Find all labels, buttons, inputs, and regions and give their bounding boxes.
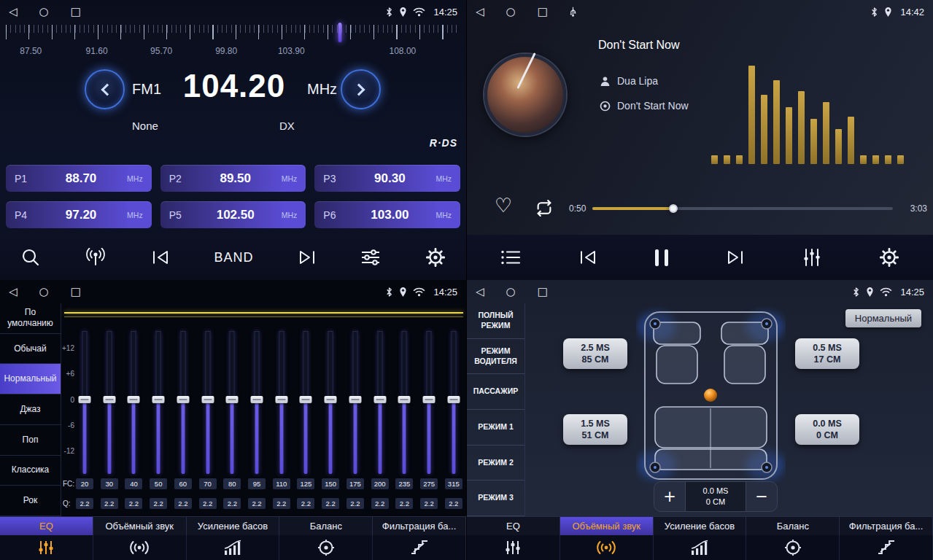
skip-next-icon[interactable]	[726, 249, 745, 265]
tab-filter[interactable]: Фильтрация ба...	[373, 517, 466, 535]
band-button[interactable]: BAND	[214, 250, 253, 265]
mixer-sliders-icon[interactable]	[802, 248, 821, 267]
preset-button-p2[interactable]: P289.50MHz	[160, 165, 306, 192]
settings-gear-icon[interactable]	[425, 247, 446, 268]
eq-preset-item-0[interactable]: По умолчанию	[0, 303, 61, 334]
eq-preset-item-6[interactable]: Рок	[0, 486, 61, 516]
slider-knob[interactable]	[373, 396, 386, 403]
eq-icon[interactable]	[0, 535, 93, 560]
delay-rear-left-button[interactable]: 1.5 MS 51 CM	[563, 414, 627, 445]
frequency-ruler[interactable]	[6, 25, 460, 42]
tab-eq[interactable]: EQ	[0, 517, 93, 535]
eq-preset-item-4[interactable]: Поп	[0, 425, 61, 456]
mode-item-0[interactable]: ПОЛНЫЙ РЕЖИМ	[467, 303, 524, 339]
preset-button-p4[interactable]: P497.20MHz	[6, 201, 152, 228]
tab-eq[interactable]: EQ	[467, 517, 560, 535]
eq-band-slider-30[interactable]	[101, 331, 118, 474]
eq-band-slider-150[interactable]	[322, 331, 339, 474]
preset-button-p6[interactable]: P6103.00MHz	[314, 201, 460, 228]
mode-item-4[interactable]: РЕЖИМ 2	[467, 446, 524, 481]
tab-surround[interactable]: Объёмный звук	[93, 517, 187, 535]
slider-knob[interactable]	[349, 396, 361, 403]
slider-knob[interactable]	[128, 396, 140, 403]
favorite-heart-icon[interactable]: ♡	[495, 195, 512, 215]
slider-knob[interactable]	[398, 396, 411, 403]
eq-band-slider-125[interactable]	[297, 331, 314, 474]
delay-rear-right-button[interactable]: 0.0 MS 0 CM	[795, 414, 859, 445]
slider-knob[interactable]	[103, 396, 115, 403]
slider-knob[interactable]	[152, 396, 165, 403]
bass-boost-icon[interactable]	[187, 535, 280, 560]
skip-previous-icon[interactable]	[578, 249, 597, 265]
home-icon[interactable]: ○	[506, 287, 516, 298]
slider-knob[interactable]	[275, 396, 287, 403]
preset-button-p3[interactable]: P390.30MHz	[314, 165, 460, 192]
eq-band-slider-175[interactable]	[347, 331, 364, 474]
preset-button-p1[interactable]: P188.70MHz	[6, 165, 152, 192]
eq-band-slider-110[interactable]	[273, 331, 290, 474]
eq-band-slider-235[interactable]	[395, 331, 413, 474]
eq-band-slider-80[interactable]	[223, 331, 241, 474]
progress-handle[interactable]	[669, 204, 678, 213]
delay-front-left-button[interactable]: 2.5 MS 85 CM	[563, 338, 627, 369]
back-icon[interactable]: ◁	[9, 7, 18, 18]
eq-band-slider-50[interactable]	[150, 331, 167, 474]
tuner-settings-sliders-icon[interactable]	[360, 249, 381, 266]
recents-icon[interactable]: □	[538, 287, 548, 298]
tab-filter[interactable]: Фильтрация ба...	[840, 517, 933, 535]
home-icon[interactable]: ○	[506, 7, 516, 18]
back-icon[interactable]: ◁	[476, 7, 484, 18]
playlist-icon[interactable]	[500, 249, 521, 265]
tuner-indicator[interactable]	[338, 23, 341, 42]
progress-slider[interactable]	[592, 207, 893, 210]
filter-icon[interactable]	[373, 535, 466, 560]
slider-knob[interactable]	[447, 396, 460, 403]
tab-balance[interactable]: Баланс	[746, 517, 840, 535]
home-icon[interactable]: ○	[39, 287, 49, 298]
slider-knob[interactable]	[423, 396, 435, 403]
filter-icon[interactable]	[840, 535, 933, 560]
eq-preset-item-3[interactable]: Джаз	[0, 394, 61, 425]
eq-preset-item-2[interactable]: Нормальный	[0, 364, 61, 394]
eq-preset-item-1[interactable]: Обычай	[0, 334, 61, 365]
balance-icon[interactable]	[279, 535, 373, 560]
tab-bass[interactable]: Усиление басов	[187, 517, 280, 535]
surround-preset-button[interactable]: Нормальный	[845, 309, 921, 327]
pause-button[interactable]	[655, 249, 668, 266]
delay-front-right-button[interactable]: 0.5 MS 17 CM	[795, 338, 859, 369]
surround-sound-icon[interactable]	[560, 535, 654, 560]
recents-icon[interactable]: □	[71, 7, 81, 18]
tab-surround[interactable]: Объёмный звук	[560, 517, 654, 535]
broadcast-antenna-icon[interactable]	[85, 248, 107, 267]
back-icon[interactable]: ◁	[9, 287, 18, 298]
eq-band-slider-315[interactable]	[445, 331, 462, 474]
balance-icon[interactable]	[746, 535, 840, 560]
increase-button[interactable]: +	[654, 488, 685, 505]
tab-bass[interactable]: Усиление басов	[654, 517, 747, 535]
eq-icon[interactable]	[467, 535, 560, 560]
settings-gear-icon[interactable]	[879, 247, 899, 268]
surround-sound-icon[interactable]	[93, 535, 187, 560]
eq-band-slider-70[interactable]	[199, 331, 217, 474]
skip-next-icon[interactable]	[298, 249, 317, 265]
slider-knob[interactable]	[79, 396, 91, 403]
slider-knob[interactable]	[251, 396, 263, 403]
tune-up-button[interactable]	[341, 69, 381, 109]
slider-knob[interactable]	[201, 396, 214, 403]
eq-band-slider-20[interactable]	[76, 331, 93, 474]
home-icon[interactable]: ○	[39, 7, 49, 18]
eq-band-slider-60[interactable]	[174, 331, 192, 474]
mode-item-2[interactable]: ПАССАЖИР	[467, 374, 524, 410]
eq-preset-item-5[interactable]: Классика	[0, 456, 61, 486]
mode-item-5[interactable]: РЕЖИМ 3	[467, 481, 524, 516]
recents-icon[interactable]: □	[71, 287, 81, 298]
eq-band-slider-275[interactable]	[420, 331, 438, 474]
eq-band-slider-95[interactable]	[248, 331, 266, 474]
eq-band-slider-40[interactable]	[125, 331, 142, 474]
skip-previous-icon[interactable]	[151, 249, 170, 265]
recents-icon[interactable]: □	[538, 7, 548, 18]
decrease-button[interactable]: −	[746, 488, 777, 505]
eq-band-slider-200[interactable]	[371, 331, 389, 474]
slider-knob[interactable]	[177, 396, 189, 403]
mode-item-1[interactable]: РЕЖИМ ВОДИТЕЛЯ	[467, 339, 524, 375]
